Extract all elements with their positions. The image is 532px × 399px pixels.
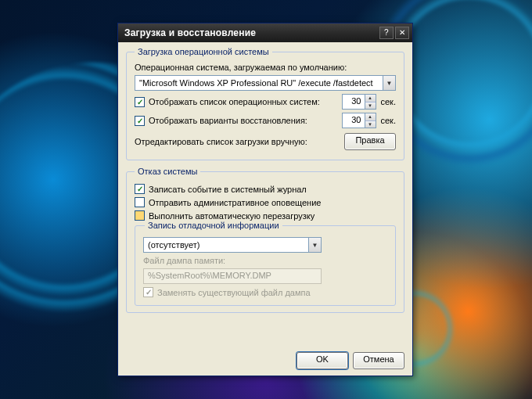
show-recovery-label: Отображать варианты восстановления: xyxy=(149,116,337,125)
spinner-down-icon[interactable]: ▼ xyxy=(365,120,376,128)
recovery-seconds-spinner[interactable]: 30 ▲ ▼ xyxy=(342,113,376,128)
seconds-suffix-2: сек. xyxy=(381,116,397,125)
startup-legend: Загрузка операционной системы xyxy=(135,47,272,56)
write-event-checkbox[interactable]: ✓ xyxy=(135,184,145,194)
dialog-footer: OK Отмена xyxy=(118,346,412,376)
window-title: Загрузка и восстановление xyxy=(124,27,378,38)
startup-group: Загрузка операционной системы Операционн… xyxy=(126,47,404,160)
edit-manual-label: Отредактировать список загрузки вручную: xyxy=(135,137,344,146)
send-admin-alert-label: Отправить административное оповещение xyxy=(149,198,321,207)
show-os-list-checkbox[interactable]: ✓ xyxy=(135,97,145,107)
spinner-up-icon[interactable]: ▲ xyxy=(365,95,376,102)
ok-button[interactable]: OK xyxy=(297,352,348,369)
seconds-suffix-1: сек. xyxy=(381,97,397,106)
debug-type-value: (отсутствует) xyxy=(144,240,308,250)
close-button[interactable]: ✕ xyxy=(395,27,409,39)
overwrite-dump-checkbox: ✓ xyxy=(143,287,153,297)
os-list-seconds-spinner[interactable]: 30 ▲ ▼ xyxy=(342,94,376,110)
send-admin-alert-checkbox[interactable] xyxy=(135,197,145,207)
startup-recovery-dialog: Загрузка и восстановление ? ✕ Загрузка о… xyxy=(117,23,413,376)
default-os-combobox[interactable]: "Microsoft Windows XP Professional RU" /… xyxy=(135,75,396,91)
show-os-list-label: Отображать список операционных систем: xyxy=(149,97,337,106)
auto-restart-checkbox[interactable] xyxy=(135,210,145,221)
write-event-label: Записать событие в системный журнал xyxy=(149,185,307,194)
show-recovery-checkbox[interactable]: ✓ xyxy=(135,116,145,126)
recovery-seconds-value: 30 xyxy=(343,113,365,128)
dump-file-label: Файл дампа памяти: xyxy=(143,256,225,265)
cancel-button[interactable]: Отмена xyxy=(353,352,404,369)
debug-legend: Запись отладочной информации xyxy=(145,221,282,230)
help-button[interactable]: ? xyxy=(379,27,394,39)
auto-restart-label: Выполнить автоматическую перезагрузку xyxy=(149,211,315,221)
os-list-seconds-value: 30 xyxy=(343,95,365,109)
failure-group: Отказ системы ✓ Записать событие в систе… xyxy=(126,167,404,313)
default-os-label: Операционная система, загружаемая по умо… xyxy=(135,63,347,72)
debug-type-combobox[interactable]: (отсутствует) ▼ xyxy=(143,237,322,253)
overwrite-dump-label: Заменять существующий файл дампа xyxy=(157,288,311,297)
dump-file-input: %SystemRoot%\MEMORY.DMP xyxy=(143,268,322,284)
chevron-down-icon[interactable]: ▼ xyxy=(308,238,321,252)
debug-info-group: Запись отладочной информации (отсутствуе… xyxy=(135,225,396,306)
dialog-content: Загрузка операционной системы Операционн… xyxy=(118,42,412,346)
chevron-down-icon[interactable]: ▼ xyxy=(383,76,395,90)
spinner-down-icon[interactable]: ▼ xyxy=(365,102,376,110)
failure-legend: Отказ системы xyxy=(135,167,200,176)
edit-button[interactable]: Правка xyxy=(344,133,396,150)
default-os-value: "Microsoft Windows XP Professional RU" /… xyxy=(135,78,383,88)
spinner-up-icon[interactable]: ▲ xyxy=(365,113,376,120)
titlebar[interactable]: Загрузка и восстановление ? ✕ xyxy=(118,23,412,42)
